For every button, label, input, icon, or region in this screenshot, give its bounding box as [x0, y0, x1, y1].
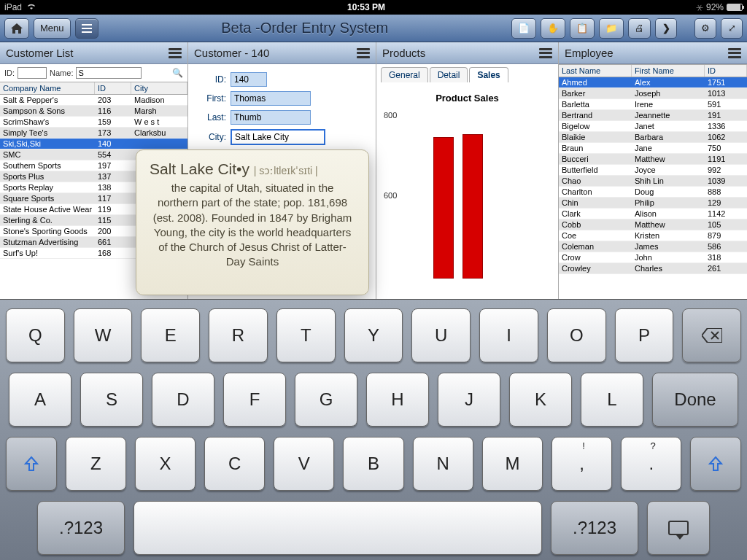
first-field[interactable]: [231, 91, 311, 106]
table-row[interactable]: BarkerJoseph1013: [559, 88, 747, 99]
key-I[interactable]: I: [479, 308, 538, 362]
comma-key[interactable]: !,: [551, 437, 612, 491]
panel-menu-icon[interactable]: [169, 48, 182, 58]
tab-detail[interactable]: Detail: [430, 67, 468, 82]
id-input[interactable]: [18, 67, 47, 79]
expand-button[interactable]: ⤢: [721, 18, 743, 39]
popup-definition: the capital of Utah, situated in the nor…: [150, 181, 355, 270]
table-row[interactable]: Ski,Ski,Ski140: [0, 139, 187, 149]
tool-btn-4[interactable]: 📁: [599, 18, 624, 39]
table-row[interactable]: CoeKristen879: [559, 230, 747, 241]
panel-menu-icon[interactable]: [357, 48, 370, 58]
tool-btn-1[interactable]: 📄: [511, 18, 536, 39]
key-K[interactable]: K: [509, 373, 572, 427]
symbols-key-right[interactable]: .?123: [551, 501, 638, 555]
key-Y[interactable]: Y: [344, 308, 403, 362]
last-field[interactable]: [231, 110, 311, 125]
key-O[interactable]: O: [547, 308, 606, 362]
key-F[interactable]: F: [223, 373, 286, 427]
table-row[interactable]: ChaoShih Lin1039: [559, 176, 747, 187]
table-row[interactable]: ClarkAlison1142: [559, 209, 747, 219]
table-row[interactable]: BertrandJeannette191: [559, 110, 747, 121]
key-L[interactable]: L: [581, 373, 643, 427]
battery-pct: 92%: [706, 2, 724, 12]
table-row[interactable]: BucceriMatthew1191: [559, 154, 747, 165]
table-row[interactable]: BigelowJanet1336: [559, 121, 747, 132]
panel-title: Employee: [565, 47, 614, 59]
key-N[interactable]: N: [413, 437, 473, 491]
symbols-key[interactable]: .?123: [37, 501, 125, 555]
space-key[interactable]: [133, 501, 542, 555]
toolbar: Menu Beta -Order Entry System 📄 ✋ 📋 📁 🖨 …: [0, 15, 747, 42]
table-row[interactable]: CrowleyCharles261: [559, 263, 747, 274]
table-row[interactable]: Sampson & Sons116Marsh: [0, 106, 187, 117]
table-row[interactable]: CharltonDoug888: [559, 187, 747, 198]
key-E[interactable]: E: [141, 308, 200, 362]
key-G[interactable]: G: [295, 373, 357, 427]
home-button[interactable]: [4, 18, 29, 39]
battery-icon: [727, 4, 743, 11]
employee-panel: Employee Last Name First Name ID AhmedAl…: [559, 42, 747, 299]
svg-rect-2: [82, 31, 92, 33]
table-row[interactable]: ColemanJames586: [559, 241, 747, 252]
products-panel: Products GeneralDetailSales Product Sale…: [376, 42, 559, 299]
chart: 800 600: [404, 111, 552, 279]
table-row[interactable]: CrowJohn318: [559, 252, 747, 263]
hide-keyboard-key[interactable]: [647, 501, 710, 555]
key-D[interactable]: D: [152, 373, 214, 427]
menu-button[interactable]: Menu: [34, 18, 71, 39]
wifi-icon: [26, 2, 36, 12]
id-field[interactable]: [231, 72, 267, 87]
table-row[interactable]: ChinPhilip129: [559, 198, 747, 209]
table-row[interactable]: BlaikieBarbara1062: [559, 132, 747, 143]
tab-general[interactable]: General: [381, 67, 428, 82]
key-H[interactable]: H: [366, 373, 429, 427]
sort-icon[interactable]: 🔍: [172, 68, 183, 78]
key-Z[interactable]: Z: [66, 437, 126, 491]
period-key[interactable]: ?.: [621, 437, 681, 491]
key-U[interactable]: U: [411, 308, 471, 362]
table-row[interactable]: CobbMatthew105: [559, 219, 747, 230]
tool-btn-2[interactable]: ✋: [541, 18, 565, 39]
print-button[interactable]: 🖨: [628, 18, 651, 39]
table-row[interactable]: ButterfieldJoyce992: [559, 165, 747, 176]
table-row[interactable]: AhmedAlex1751: [559, 77, 747, 88]
done-key[interactable]: Done: [652, 373, 738, 427]
key-Q[interactable]: Q: [6, 308, 65, 362]
panel-header: Products: [376, 42, 558, 64]
table-row[interactable]: Simply Tee's173Clarksbu: [0, 128, 187, 139]
shift-key[interactable]: [6, 437, 57, 491]
table-row[interactable]: BraunJane750: [559, 143, 747, 154]
table-row[interactable]: BarlettaIrene591: [559, 99, 747, 110]
table-row[interactable]: Salt & Pepper's203Madison: [0, 95, 187, 106]
key-J[interactable]: J: [438, 373, 500, 427]
key-W[interactable]: W: [74, 308, 133, 362]
name-label: Name:: [50, 69, 73, 77]
key-T[interactable]: T: [276, 308, 336, 362]
shift-key-right[interactable]: [690, 437, 741, 491]
key-S[interactable]: S: [80, 373, 143, 427]
status-bar: iPad 10:53 PM ⚹ 92%: [0, 0, 747, 15]
list-button[interactable]: [75, 18, 98, 39]
key-X[interactable]: X: [135, 437, 196, 491]
name-input[interactable]: [76, 67, 142, 79]
key-C[interactable]: C: [204, 437, 265, 491]
tab-sales[interactable]: Sales: [469, 67, 508, 82]
backspace-key[interactable]: [682, 308, 741, 362]
key-M[interactable]: M: [482, 437, 543, 491]
city-field[interactable]: [231, 129, 325, 145]
key-P[interactable]: P: [615, 308, 674, 362]
panel-menu-icon[interactable]: [728, 48, 741, 58]
panel-header: Employee: [559, 42, 747, 64]
key-R[interactable]: R: [209, 308, 268, 362]
gear-button[interactable]: ⚙: [694, 18, 716, 39]
table-row[interactable]: ScrimShaw's159W e s t: [0, 117, 187, 128]
tool-btn-3[interactable]: 📋: [570, 18, 595, 39]
dictionary-popup: Salt Lake Cit•y | sɔːltleɪkˈsɪti | the c…: [136, 149, 369, 295]
key-V[interactable]: V: [274, 437, 334, 491]
app-title: Beta -Order Entry System: [103, 20, 507, 36]
panel-menu-icon[interactable]: [539, 48, 552, 58]
key-B[interactable]: B: [343, 437, 403, 491]
next-button[interactable]: ❯: [655, 18, 677, 39]
key-A[interactable]: A: [9, 373, 71, 427]
